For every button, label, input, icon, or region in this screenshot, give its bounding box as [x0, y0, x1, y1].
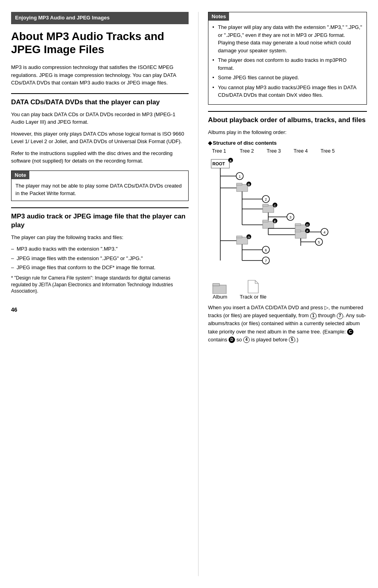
svg-rect-27: [263, 221, 274, 228]
album-label: Album: [213, 294, 227, 300]
notes-box: Notes The player will play any data with…: [208, 12, 367, 105]
svg-rect-52: [237, 236, 242, 238]
section-mp3-title: MP3 audio track or JPEG image file that …: [11, 212, 189, 230]
data-cds-body1: You can play back DATA CDs or DATA DVDs …: [11, 111, 189, 126]
circle-C: C: [347, 329, 353, 335]
svg-text:6: 6: [265, 248, 267, 252]
section-data-cds-title: DATA CDs/DATA DVDs that the player can p…: [11, 98, 189, 107]
circle-D: D: [229, 337, 235, 343]
svg-rect-51: [237, 237, 248, 244]
svg-text:F: F: [307, 230, 309, 233]
list-item: JPEG image files with the extension ".JP…: [11, 255, 189, 262]
svg-rect-42: [295, 231, 306, 238]
data-cds-body2: However, this player only plays DATA CDs…: [11, 130, 189, 146]
tree-label-1: Tree 1: [212, 148, 240, 154]
notes-item: The player will play any data with the e…: [212, 23, 363, 54]
tree-label-4: Tree 4: [294, 148, 321, 154]
playback-body: When you insert a DATA CD/DATA DVD and p…: [208, 304, 367, 344]
svg-marker-64: [248, 280, 258, 293]
header-box-title: Enjoying MP3 Audio and JPEG Images: [15, 15, 110, 21]
svg-text:3: 3: [290, 215, 292, 219]
notes-header: Notes: [208, 12, 229, 21]
svg-rect-28: [263, 220, 268, 222]
legend: Album Track or file: [208, 280, 367, 300]
notes-list: The player will play any data with the e…: [212, 23, 363, 99]
section-playback-title: About playback order of albums, tracks, …: [208, 116, 367, 124]
mp3-footnote: * "Design rule for Camera File system": …: [11, 275, 189, 295]
svg-rect-63: [213, 283, 220, 286]
note-box-data-cds: Note The player may not be able to play …: [11, 170, 189, 201]
playback-intro: Albums play in the following order:: [208, 128, 367, 136]
tree-label-3: Tree 3: [267, 148, 294, 154]
circle-5: 5: [289, 337, 295, 343]
legend-track: Track or file: [240, 280, 266, 300]
svg-text:C: C: [274, 204, 276, 207]
svg-text:4: 4: [324, 230, 326, 234]
svg-rect-19: [263, 204, 268, 206]
note-header: Note: [11, 171, 29, 179]
circle-1: 1: [310, 313, 317, 319]
main-title: About MP3 Audio Tracks and JPEG Image Fi…: [11, 30, 189, 56]
divider-2: [11, 207, 189, 208]
legend-album: Album: [212, 282, 228, 300]
svg-text:1: 1: [239, 174, 241, 178]
svg-rect-10: [237, 183, 242, 185]
circle-7: 7: [337, 313, 343, 319]
svg-text:E: E: [274, 220, 276, 223]
svg-text:B: B: [248, 183, 250, 186]
notes-content: The player will play any data with the e…: [208, 21, 367, 104]
mp3-items-list: MP3 audio tracks with the extension ".MP…: [11, 245, 189, 272]
structure-label: Structure of disc contents: [208, 140, 367, 146]
svg-rect-34: [295, 224, 301, 226]
notes-item: Some JPEG files cannot be played.: [212, 74, 363, 82]
svg-rect-18: [263, 205, 274, 213]
tree-label-5: Tree 5: [321, 148, 347, 154]
divider-1: [11, 93, 189, 94]
tree-label-2: Tree 2: [240, 148, 267, 154]
data-cds-body3: Refer to the instructions supplied with …: [11, 149, 189, 165]
svg-text:ROOT: ROOT: [212, 161, 225, 166]
svg-text:5: 5: [318, 240, 320, 244]
note-content: The player may not be able to play some …: [11, 179, 188, 201]
track-label: Track or file: [240, 294, 266, 300]
divider-right: [208, 111, 367, 112]
list-item: JPEG image files that conform to the DCF…: [11, 264, 189, 272]
svg-rect-62: [213, 285, 226, 294]
track-icon-svg: [247, 280, 259, 294]
mp3-intro: The player can play the following tracks…: [11, 234, 189, 241]
tree-labels: Tree 1 Tree 2 Tree 3 Tree 4 Tree 5: [208, 148, 367, 154]
svg-text:2: 2: [265, 197, 267, 201]
svg-rect-9: [237, 184, 248, 192]
svg-text:7: 7: [265, 259, 267, 263]
album-icon-svg: [212, 282, 228, 294]
notes-item: You cannot play MP3 audio tracks/JPEG im…: [212, 84, 363, 99]
svg-rect-43: [295, 230, 301, 232]
header-box: Enjoying MP3 Audio and JPEG Images: [11, 12, 189, 24]
svg-text:D: D: [306, 223, 309, 227]
svg-text:G: G: [248, 236, 250, 239]
page-number: 46: [11, 306, 189, 313]
svg-text:A: A: [229, 159, 232, 163]
tree-diagram: ROOT A 1 B 2: [208, 155, 363, 274]
list-item: MP3 audio tracks with the extension ".MP…: [11, 245, 189, 253]
intro-paragraph: MP3 is audio compression technology that…: [11, 63, 189, 87]
notes-item: The player does not conform to audio tra…: [212, 56, 363, 72]
circle-4: 4: [243, 337, 250, 343]
